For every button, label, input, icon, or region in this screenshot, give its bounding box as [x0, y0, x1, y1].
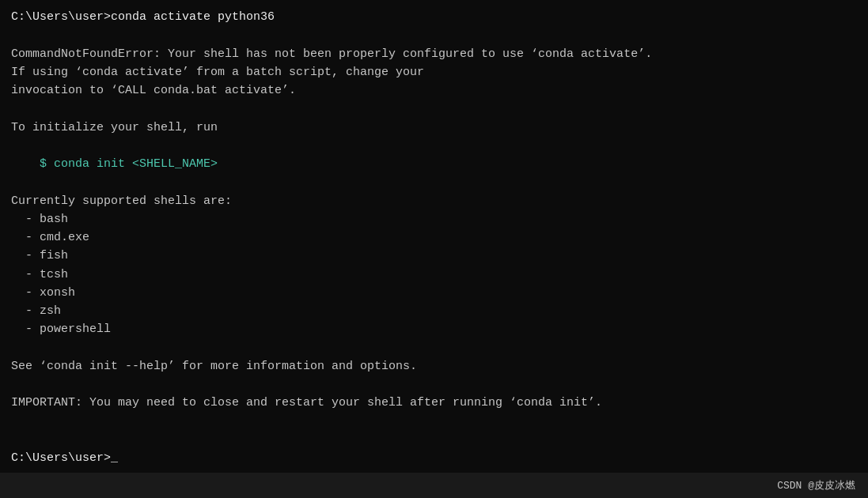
- shell-bash: - bash: [11, 210, 857, 228]
- empty-line-4: [11, 173, 857, 191]
- final-prompt: C:\Users\user>_: [11, 449, 857, 467]
- error-line-1: CommandNotFoundError: Your shell has not…: [11, 45, 857, 63]
- info-line-1: To initialize your shell, run: [11, 119, 857, 137]
- shell-fish: - fish: [11, 247, 857, 265]
- shell-powershell: - powershell: [11, 320, 857, 338]
- empty-line-5: [11, 339, 857, 357]
- empty-line-2: [11, 100, 857, 118]
- init-cmd-line: $ conda init <SHELL_NAME>: [11, 155, 857, 173]
- footer-bar: CSDN @皮皮冰燃: [0, 473, 868, 498]
- shell-tcsh: - tcsh: [11, 266, 857, 284]
- empty-line-7: [11, 413, 857, 431]
- shells-header: Currently supported shells are:: [11, 192, 857, 210]
- error-line-3: invocation to ‘CALL conda.bat activate’.: [11, 81, 857, 100]
- shell-cmd: - cmd.exe: [11, 228, 857, 247]
- error-line-2: If using ‘conda activate’ from a batch s…: [11, 63, 857, 81]
- terminal-window: C:\Users\user>conda activate python36 Co…: [0, 0, 868, 498]
- empty-line-6: [11, 375, 857, 394]
- shell-zsh: - zsh: [11, 302, 857, 320]
- shell-xonsh: - xonsh: [11, 284, 857, 302]
- terminal-content: C:\Users\user>conda activate python36 Co…: [11, 8, 857, 492]
- empty-line-1: [11, 26, 857, 44]
- cmd-line: C:\Users\user>conda activate python36: [11, 8, 857, 26]
- important-line: IMPORTANT: You may need to close and res…: [11, 394, 857, 412]
- empty-line-3: [11, 137, 857, 155]
- see-help-line: See ‘conda init --help’ for more informa…: [11, 357, 857, 375]
- footer-text: CSDN @皮皮冰燃: [777, 478, 855, 492]
- empty-line-8: [11, 431, 857, 449]
